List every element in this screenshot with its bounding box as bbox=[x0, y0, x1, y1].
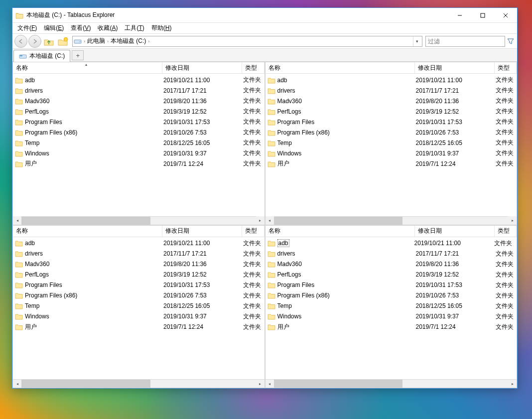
column-header-date[interactable]: 修改日期 bbox=[415, 226, 495, 237]
table-row[interactable]: Windows 2019/10/31 9:37 文件夹 bbox=[13, 148, 265, 158]
back-button[interactable] bbox=[14, 35, 27, 48]
column-header-type[interactable]: 类型 bbox=[495, 62, 517, 73]
table-row[interactable]: 用户 2019/7/1 12:24 文件夹 bbox=[266, 158, 517, 169]
table-row[interactable]: drivers 2017/11/7 17:21 文件夹 bbox=[13, 249, 265, 259]
table-row[interactable]: 用户 2019/7/1 12:24 文件夹 bbox=[266, 322, 517, 332]
scroll-thumb[interactable] bbox=[21, 380, 150, 388]
column-header-name[interactable]: 名称 bbox=[266, 226, 415, 237]
table-row[interactable]: Program Files (x86) 2019/10/26 7:53 文件夹 bbox=[13, 290, 265, 301]
table-row[interactable]: Temp 2018/12/25 16:05 文件夹 bbox=[13, 138, 265, 148]
file-list[interactable]: adb 2019/10/21 11:00 文件夹 drivers 2017/11… bbox=[13, 237, 265, 380]
table-row[interactable]: Windows 2019/10/31 9:37 文件夹 bbox=[13, 311, 265, 322]
table-row[interactable]: PerfLogs 2019/3/19 12:52 文件夹 bbox=[13, 106, 265, 117]
new-folder-button[interactable] bbox=[56, 35, 69, 47]
table-row[interactable]: Madv360 2019/8/20 11:36 文件夹 bbox=[266, 259, 517, 270]
column-header-name[interactable]: 名称 bbox=[13, 226, 162, 237]
table-row[interactable]: Program Files 2019/10/31 17:53 文件夹 bbox=[13, 117, 265, 127]
scroll-track[interactable] bbox=[274, 217, 509, 225]
column-header-name[interactable]: 名称 bbox=[13, 62, 162, 73]
horizontal-scrollbar[interactable]: ◂ ▸ bbox=[266, 379, 517, 388]
column-header-type[interactable]: 类型 bbox=[242, 62, 265, 73]
scroll-right-button[interactable]: ▸ bbox=[508, 216, 517, 225]
scroll-right-button[interactable]: ▸ bbox=[256, 380, 265, 388]
table-row[interactable]: PerfLogs 2019/3/19 12:52 文件夹 bbox=[266, 106, 517, 117]
table-row[interactable]: PerfLogs 2019/3/19 12:52 文件夹 bbox=[266, 270, 517, 280]
maximize-button[interactable] bbox=[471, 8, 494, 22]
address-bar[interactable]: › 此电脑 › 本地磁盘 (C:) › ▾ bbox=[72, 36, 422, 47]
table-row[interactable]: Program Files (x86) 2019/10/26 7:53 文件夹 bbox=[266, 127, 517, 138]
table-row[interactable]: Temp 2018/12/25 16:05 文件夹 bbox=[266, 138, 517, 148]
file-type: 文件夹 bbox=[243, 139, 263, 147]
scroll-thumb[interactable] bbox=[274, 217, 403, 225]
table-row[interactable]: Program Files 2019/10/31 17:53 文件夹 bbox=[266, 117, 517, 127]
scroll-track[interactable] bbox=[21, 217, 256, 225]
column-header-name[interactable]: 名称 bbox=[266, 62, 415, 73]
up-button[interactable] bbox=[42, 35, 55, 47]
file-list[interactable]: adb 2019/10/21 11:00 文件夹 drivers 2017/11… bbox=[266, 74, 517, 216]
scroll-thumb[interactable] bbox=[274, 380, 403, 388]
table-row[interactable]: Program Files (x86) 2019/10/26 7:53 文件夹 bbox=[13, 127, 265, 138]
menu-tools[interactable]: 工具(T) bbox=[122, 23, 147, 33]
scroll-left-button[interactable]: ◂ bbox=[266, 380, 274, 388]
breadcrumb-root[interactable]: 此电脑 bbox=[87, 37, 105, 45]
horizontal-scrollbar[interactable]: ◂ ▸ bbox=[266, 216, 517, 225]
menu-file[interactable]: 文件(F) bbox=[14, 23, 40, 33]
new-tab-button[interactable]: + bbox=[72, 50, 84, 60]
scroll-left-button[interactable]: ◂ bbox=[266, 216, 274, 225]
column-header-type[interactable]: 类型 bbox=[495, 226, 517, 237]
table-row[interactable]: Program Files 2019/10/31 17:53 文件夹 bbox=[266, 280, 517, 290]
forward-button[interactable] bbox=[28, 35, 41, 48]
table-row[interactable]: 用户 2019/7/1 12:24 文件夹 bbox=[13, 322, 265, 332]
menu-edit[interactable]: 编辑(E) bbox=[41, 23, 67, 33]
column-header-date[interactable]: 修改日期 bbox=[415, 62, 495, 73]
menu-help[interactable]: 帮助(H) bbox=[148, 23, 175, 33]
tab-strip: 本地磁盘 (C:) + bbox=[12, 49, 517, 62]
table-row[interactable]: Temp 2018/12/25 16:05 文件夹 bbox=[13, 301, 265, 311]
breadcrumb-drive[interactable]: 本地磁盘 (C:) bbox=[111, 37, 146, 45]
file-list[interactable]: adb 2019/10/21 11:00 文件夹 drivers 2017/11… bbox=[13, 74, 265, 216]
column-header-date[interactable]: 修改日期 bbox=[162, 62, 242, 73]
table-row[interactable]: Windows 2019/10/31 9:37 文件夹 bbox=[266, 311, 517, 322]
table-row[interactable]: Temp 2018/12/25 16:05 文件夹 bbox=[266, 301, 517, 311]
table-row[interactable]: 用户 2019/7/1 12:24 文件夹 bbox=[13, 158, 265, 169]
horizontal-scrollbar[interactable]: ◂ ▸ bbox=[13, 379, 265, 388]
close-button[interactable] bbox=[494, 8, 517, 22]
address-dropdown[interactable]: ▾ bbox=[413, 36, 421, 46]
column-header-type[interactable]: 类型 bbox=[242, 226, 265, 237]
filter-icon[interactable] bbox=[506, 36, 515, 47]
table-row[interactable]: adb 2019/10/21 11:00 文件夹 bbox=[13, 75, 265, 85]
column-header-date[interactable]: 修改日期 bbox=[162, 226, 242, 237]
table-row[interactable]: Program Files 2019/10/31 17:53 文件夹 bbox=[13, 280, 265, 290]
scroll-left-button[interactable]: ◂ bbox=[13, 216, 21, 225]
titlebar[interactable]: 本地磁盘 (C:) - Tablacus Explorer bbox=[12, 8, 517, 23]
table-row[interactable]: Madv360 2019/8/20 11:36 文件夹 bbox=[13, 259, 265, 270]
filter-box[interactable] bbox=[425, 36, 505, 47]
table-row[interactable]: drivers 2017/11/7 17:21 文件夹 bbox=[266, 249, 517, 259]
scroll-thumb[interactable] bbox=[21, 217, 150, 225]
scroll-right-button[interactable]: ▸ bbox=[508, 380, 517, 388]
table-row[interactable]: adb 2019/10/21 11:00 文件夹 bbox=[13, 238, 265, 249]
table-row[interactable]: Madv360 2019/8/20 11:36 文件夹 bbox=[13, 96, 265, 106]
table-row[interactable]: Program Files (x86) 2019/10/26 7:53 文件夹 bbox=[266, 290, 517, 301]
table-row[interactable]: drivers 2017/11/7 17:21 文件夹 bbox=[266, 85, 517, 96]
minimize-button[interactable] bbox=[448, 8, 471, 22]
menu-favorites[interactable]: 收藏(A) bbox=[95, 23, 121, 33]
table-row[interactable]: Windows 2019/10/31 9:37 文件夹 bbox=[266, 148, 517, 158]
file-name: Madv360 bbox=[277, 98, 416, 105]
file-name: Program Files bbox=[277, 281, 416, 288]
table-row[interactable]: adb 2019/10/21 11:00 文件夹 bbox=[266, 75, 517, 85]
scroll-right-button[interactable]: ▸ bbox=[256, 216, 265, 225]
table-row[interactable]: Madv360 2019/8/20 11:36 文件夹 bbox=[266, 96, 517, 106]
scroll-track[interactable] bbox=[21, 380, 256, 388]
file-name: Windows bbox=[277, 150, 416, 157]
scroll-left-button[interactable]: ◂ bbox=[13, 380, 21, 388]
table-row[interactable]: PerfLogs 2019/3/19 12:52 文件夹 bbox=[13, 270, 265, 280]
filter-input[interactable] bbox=[428, 38, 503, 45]
tab-drive-c[interactable]: 本地磁盘 (C:) bbox=[13, 50, 70, 62]
table-row[interactable]: adb 2019/10/21 11:00 文件夹 bbox=[266, 238, 517, 249]
horizontal-scrollbar[interactable]: ◂ ▸ bbox=[13, 216, 265, 225]
file-list[interactable]: adb 2019/10/21 11:00 文件夹 drivers 2017/11… bbox=[266, 237, 517, 380]
menu-view[interactable]: 查看(V) bbox=[68, 23, 94, 33]
table-row[interactable]: drivers 2017/11/7 17:21 文件夹 bbox=[13, 85, 265, 96]
scroll-track[interactable] bbox=[274, 380, 509, 388]
